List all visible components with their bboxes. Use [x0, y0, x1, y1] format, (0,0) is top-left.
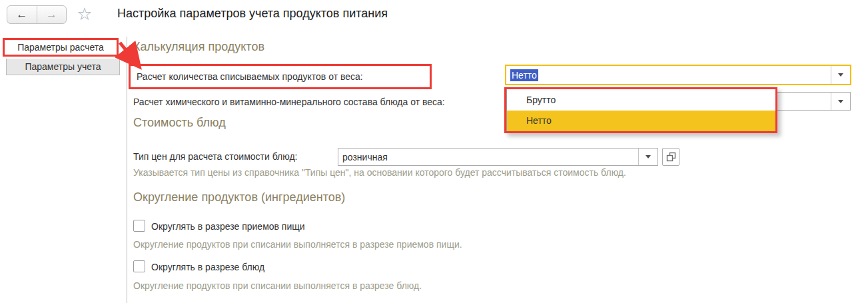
selected-value-text: розничная: [338, 149, 638, 165]
back-arrow-icon[interactable]: ←: [7, 6, 37, 23]
chevron-down-icon: [838, 73, 843, 77]
dropdown-list: Брутто Нетто: [506, 89, 775, 131]
page-title: Настройка параметров учета продуктов пит…: [117, 7, 388, 21]
composition-basis-label: Расчет химического и витаминно-минеральн…: [133, 97, 445, 107]
round-by-meals-hint: Округление продуктов при списании выполн…: [133, 239, 462, 250]
dropdown-button[interactable]: [638, 149, 657, 165]
price-type-label: Тип цен для расчета стоимости блюд:: [133, 151, 297, 162]
open-icon: [666, 152, 676, 162]
price-type-select[interactable]: розничная: [338, 148, 658, 166]
dropdown-list-annotated: Брутто Нетто: [504, 87, 777, 133]
sidebar-tab-calculation-params[interactable]: Параметры расчета: [3, 38, 119, 57]
section-title-calculation: Калькуляция продуктов: [133, 40, 264, 54]
section-title-cost: Стоимость блюд: [133, 116, 226, 130]
forward-arrow-icon[interactable]: →: [37, 6, 67, 23]
dropdown-button[interactable]: [831, 93, 850, 110]
price-type-hint: Указывается тип цены из справочника "Тип…: [133, 167, 626, 178]
chevron-down-icon: [838, 100, 843, 103]
round-by-meals-label[interactable]: Округлять в разрезе приемов пищи: [151, 221, 305, 232]
dropdown-option-brutto[interactable]: Брутто: [507, 89, 775, 111]
round-by-dishes-hint: Округление продуктов при списании выполн…: [133, 280, 422, 291]
settings-window: ← → ☆ Настройка параметров учета продукт…: [0, 0, 868, 303]
sidebar-separator: [127, 37, 127, 303]
sidebar-tab-accounting-params[interactable]: Параметры учета: [6, 59, 120, 75]
sidebar-tab-label: Параметры расчета: [17, 42, 104, 53]
dropdown-option-netto[interactable]: Нетто: [507, 111, 775, 132]
history-nav-group: ← →: [7, 5, 67, 24]
writeoff-weight-basis-label-annotated: Расчет количества списываемых продуктов …: [129, 64, 432, 89]
favorite-star-icon[interactable]: ☆: [74, 3, 95, 25]
round-by-dishes-checkbox[interactable]: [133, 260, 145, 272]
writeoff-weight-basis-select[interactable]: Нетто: [505, 65, 851, 85]
round-by-dishes-label[interactable]: Округлять в разрезе блюд: [151, 262, 264, 272]
round-by-meals-checkbox[interactable]: [133, 220, 145, 232]
sidebar-tab-label: Параметры учета: [25, 61, 101, 72]
selected-value-text: Нетто: [510, 69, 538, 81]
open-value-button[interactable]: [662, 148, 679, 166]
chevron-down-icon: [646, 155, 651, 158]
section-title-rounding: Округление продуктов (ингредиентов): [133, 190, 345, 204]
field-label: Расчет количества списываемых продуктов …: [137, 71, 363, 82]
dropdown-button[interactable]: [831, 66, 850, 84]
